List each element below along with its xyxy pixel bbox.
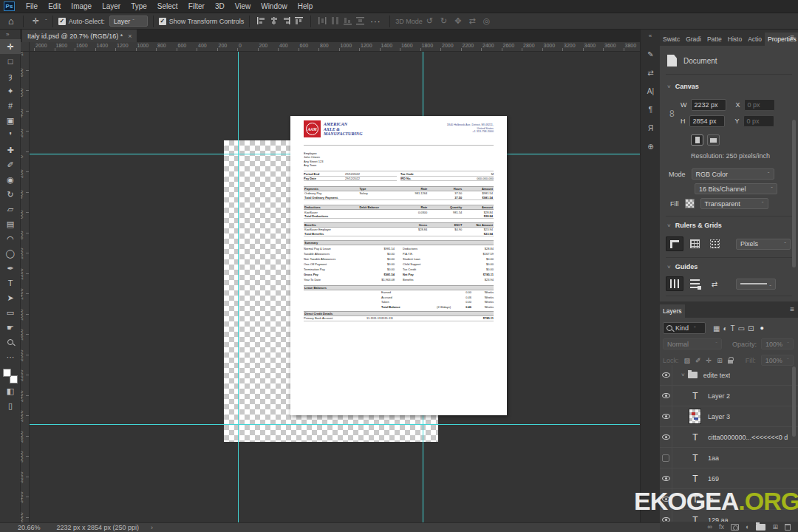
menu-edit[interactable]: Edit: [43, 2, 66, 10]
screen-mode-icon[interactable]: ▯: [0, 398, 21, 413]
toggle-guides-button[interactable]: [666, 276, 683, 291]
hand-tool[interactable]: ☛: [0, 320, 21, 335]
tab-layers[interactable]: Layers: [660, 304, 685, 318]
pen-tool[interactable]: ✒: [0, 261, 21, 276]
zoom-tool[interactable]: [0, 335, 21, 349]
3d-panel-icon[interactable]: ⊕: [641, 137, 661, 155]
tab-swatc[interactable]: Swatc: [660, 33, 683, 46]
align-center-h-icon[interactable]: [269, 16, 279, 27]
show-transform-checkbox[interactable]: [159, 18, 166, 25]
menu-3d[interactable]: 3D: [210, 2, 230, 10]
eye-icon[interactable]: [660, 406, 672, 427]
guide-style-dropdown[interactable]: ˇ: [736, 279, 776, 290]
layer-filter-search[interactable]: Kindˇ: [663, 322, 706, 334]
canvas-width-field[interactable]: 2232 px: [691, 99, 726, 111]
status-chevron-icon[interactable]: ›: [151, 524, 153, 531]
shape-tool[interactable]: ▭: [0, 305, 21, 320]
layer-row-2[interactable]: TLayer 2: [660, 386, 798, 406]
clear-guides-button[interactable]: ⇄: [706, 276, 723, 291]
toolbar-expand-icon[interactable]: »: [0, 30, 20, 39]
properties-scrollbar[interactable]: [792, 120, 796, 267]
move-tool[interactable]: ✛: [0, 39, 21, 54]
align-right-icon[interactable]: [282, 16, 291, 27]
guide-horizontal-2[interactable]: [30, 424, 640, 425]
add-mask-icon[interactable]: [731, 524, 739, 531]
rulers-grids-section-header[interactable]: Rulers & Grids: [675, 222, 722, 229]
orientation-portrait-button[interactable]: [691, 134, 703, 146]
more-options-icon[interactable]: ···: [366, 17, 384, 26]
align-top-icon[interactable]: [294, 16, 304, 27]
eye-icon-off[interactable]: [660, 448, 672, 468]
eye-icon[interactable]: [660, 386, 672, 406]
layer-row-3[interactable]: Layer 3: [660, 406, 798, 427]
lasso-tool[interactable]: ȝ: [0, 69, 21, 83]
eyedropper-tool[interactable]: ❜: [0, 128, 21, 143]
layer-row-6[interactable]: T169: [660, 468, 798, 489]
eye-icon[interactable]: [660, 468, 672, 489]
filter-shape-icon[interactable]: ▭: [738, 324, 745, 332]
history-brush-tool[interactable]: ↻: [0, 187, 21, 202]
lock-artboard-icon[interactable]: ⊞: [717, 357, 723, 364]
distribute-v-icon[interactable]: [355, 16, 365, 27]
layer-row-4[interactable]: Tcitta0000000...<<<<<<<0 d: [660, 427, 798, 448]
lock-guides-button[interactable]: [686, 276, 703, 291]
menu-window[interactable]: Window: [256, 2, 293, 10]
auto-select-checkbox[interactable]: [58, 18, 66, 25]
edit-toolbar-icon[interactable]: ···: [0, 349, 21, 364]
layer-row-5[interactable]: T1aa: [660, 448, 798, 468]
orientation-landscape-button[interactable]: [707, 134, 720, 146]
ruler-vertical[interactable]: 1000800600400200020040060080010001200140…: [21, 52, 30, 522]
zoom-level[interactable]: 20.66%: [18, 524, 41, 531]
new-layer-icon[interactable]: ⊞: [772, 523, 778, 531]
eye-icon[interactable]: [660, 365, 672, 386]
menu-help[interactable]: Help: [293, 2, 318, 10]
ruler-horizontal[interactable]: 2000180016001400120010008006004002000200…: [21, 42, 640, 52]
guide-vertical-1[interactable]: [238, 52, 239, 522]
blur-tool[interactable]: ◠: [0, 231, 21, 246]
panel-menu-icon[interactable]: ≡: [790, 33, 794, 41]
eye-icon[interactable]: [660, 427, 672, 448]
brushes-panel-icon[interactable]: ✎: [641, 45, 661, 63]
layer-row-1[interactable]: ˅edite text: [660, 365, 798, 386]
document-tab[interactable]: Italy id.psd @ 20.7% (RGB/16) * ×: [22, 30, 137, 42]
guides-section-header[interactable]: Guides: [675, 263, 698, 270]
menu-view[interactable]: View: [230, 2, 256, 10]
color-mode-dropdown[interactable]: RGB Colorˇ: [692, 168, 774, 180]
paragraph-panel-icon[interactable]: ¶: [641, 100, 661, 118]
path-select-tool[interactable]: ➤: [0, 290, 21, 305]
collapse-dock-icon[interactable]: «: [641, 30, 660, 45]
layers-scrollbar[interactable]: [792, 366, 796, 437]
tab-actio[interactable]: Actio: [745, 33, 765, 46]
menu-filter[interactable]: Filter: [183, 2, 210, 10]
menu-type[interactable]: Type: [126, 2, 152, 10]
gradient-tool[interactable]: ▤: [0, 216, 21, 231]
marquee-tool[interactable]: □: [0, 54, 21, 69]
filter-adjustment-icon[interactable]: ◐: [723, 324, 727, 332]
fill-dropdown[interactable]: Transparentˇ: [700, 198, 768, 209]
clone-source-panel-icon[interactable]: ⇄: [641, 64, 661, 81]
distribute-bottom-icon[interactable]: [343, 16, 352, 27]
link-layers-icon[interactable]: ∞: [708, 523, 712, 531]
canvas-height-field[interactable]: 2854 px: [689, 115, 725, 127]
filter-type-icon[interactable]: T: [731, 324, 735, 332]
quick-mask-icon[interactable]: ◧: [0, 383, 21, 398]
new-group-icon[interactable]: [756, 524, 765, 531]
fill-swatch[interactable]: [685, 199, 695, 208]
lock-transparent-icon[interactable]: ▨: [684, 357, 691, 364]
home-icon[interactable]: ⌂: [4, 16, 18, 27]
close-icon[interactable]: ×: [128, 33, 132, 40]
menu-image[interactable]: Image: [66, 2, 97, 10]
tab-gradi[interactable]: Gradi: [683, 33, 704, 46]
quick-selection-tool[interactable]: ✦: [0, 83, 21, 98]
eraser-tool[interactable]: ▱: [0, 202, 21, 216]
distribute-h-icon[interactable]: [318, 16, 327, 27]
align-left-icon[interactable]: [256, 16, 266, 27]
lock-all-icon[interactable]: [728, 360, 733, 364]
menu-select[interactable]: Select: [152, 2, 183, 10]
toggle-rulers-button[interactable]: [666, 236, 683, 251]
glyphs-panel-icon[interactable]: Я: [641, 119, 661, 137]
frame-tool[interactable]: ▣: [0, 113, 21, 128]
character-panel-icon[interactable]: A|: [641, 82, 661, 100]
tab-histo[interactable]: Histo: [725, 33, 745, 46]
adjustment-layer-icon[interactable]: ◐: [746, 523, 749, 531]
